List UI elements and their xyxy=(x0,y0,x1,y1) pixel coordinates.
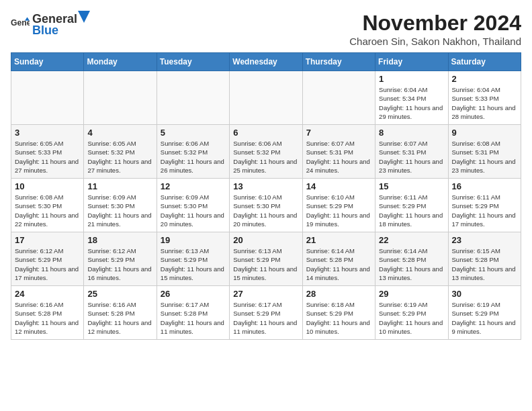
day-number: 7 xyxy=(306,128,371,138)
day-info: Sunrise: 6:12 AMSunset: 5:29 PMDaylight:… xyxy=(15,246,80,282)
calendar-table: SundayMondayTuesdayWednesdayThursdayFrid… xyxy=(11,52,521,340)
day-info: Sunrise: 6:11 AMSunset: 5:29 PMDaylight:… xyxy=(379,193,444,228)
day-info: Sunrise: 6:16 AMSunset: 5:28 PMDaylight:… xyxy=(87,300,152,336)
calendar-cell: 9Sunrise: 6:08 AMSunset: 5:31 PMDaylight… xyxy=(448,125,521,179)
header-thursday: Thursday xyxy=(302,53,375,71)
day-number: 2 xyxy=(452,74,517,84)
day-number: 22 xyxy=(379,235,444,245)
calendar-header-row: SundayMondayTuesdayWednesdayThursdayFrid… xyxy=(11,53,521,71)
header-friday: Friday xyxy=(375,53,448,71)
day-number: 25 xyxy=(87,289,152,299)
day-number: 28 xyxy=(306,289,371,299)
calendar-week-row: 24Sunrise: 6:16 AMSunset: 5:28 PMDayligh… xyxy=(11,286,521,340)
calendar-cell: 24Sunrise: 6:16 AMSunset: 5:28 PMDayligh… xyxy=(11,286,84,340)
calendar-cell xyxy=(230,71,302,125)
day-number: 1 xyxy=(379,74,444,84)
day-info: Sunrise: 6:11 AMSunset: 5:29 PMDaylight:… xyxy=(452,193,517,228)
page-header: General General Blue November 2024 Charo… xyxy=(11,11,521,47)
day-number: 23 xyxy=(452,235,517,245)
day-number: 12 xyxy=(161,181,226,191)
calendar-cell: 19Sunrise: 6:13 AMSunset: 5:29 PMDayligh… xyxy=(157,232,229,286)
header-sunday: Sunday xyxy=(11,53,84,71)
day-number: 26 xyxy=(161,289,226,299)
day-info: Sunrise: 6:06 AMSunset: 5:32 PMDaylight:… xyxy=(161,139,226,175)
day-info: Sunrise: 6:13 AMSunset: 5:29 PMDaylight:… xyxy=(161,246,226,282)
calendar-cell xyxy=(302,71,375,125)
title-block: November 2024 Charoen Sin, Sakon Nakhon,… xyxy=(349,11,521,47)
logo-blue: Blue xyxy=(32,24,58,37)
logo: General General Blue xyxy=(11,11,91,38)
calendar-week-row: 1Sunrise: 6:04 AMSunset: 5:34 PMDaylight… xyxy=(11,71,521,125)
calendar-cell: 21Sunrise: 6:14 AMSunset: 5:28 PMDayligh… xyxy=(302,232,375,286)
calendar-cell: 2Sunrise: 6:04 AMSunset: 5:33 PMDaylight… xyxy=(448,71,521,125)
day-info: Sunrise: 6:10 AMSunset: 5:30 PMDaylight:… xyxy=(233,193,298,228)
day-info: Sunrise: 6:09 AMSunset: 5:30 PMDaylight:… xyxy=(161,193,226,228)
day-number: 24 xyxy=(15,289,80,299)
day-info: Sunrise: 6:13 AMSunset: 5:29 PMDaylight:… xyxy=(233,246,298,282)
calendar-cell: 15Sunrise: 6:11 AMSunset: 5:29 PMDayligh… xyxy=(375,179,448,232)
calendar-cell: 17Sunrise: 6:12 AMSunset: 5:29 PMDayligh… xyxy=(11,232,84,286)
day-number: 11 xyxy=(87,181,152,191)
day-info: Sunrise: 6:19 AMSunset: 5:29 PMDaylight:… xyxy=(452,300,517,336)
day-info: Sunrise: 6:04 AMSunset: 5:33 PMDaylight:… xyxy=(452,85,517,121)
header-tuesday: Tuesday xyxy=(157,53,229,71)
day-number: 18 xyxy=(87,235,152,245)
calendar-cell: 25Sunrise: 6:16 AMSunset: 5:28 PMDayligh… xyxy=(84,286,157,340)
calendar-cell xyxy=(157,71,229,125)
day-number: 4 xyxy=(87,128,152,138)
header-wednesday: Wednesday xyxy=(230,53,302,71)
day-info: Sunrise: 6:07 AMSunset: 5:31 PMDaylight:… xyxy=(306,139,371,175)
day-number: 15 xyxy=(379,181,444,191)
calendar-cell: 23Sunrise: 6:15 AMSunset: 5:28 PMDayligh… xyxy=(448,232,521,286)
day-number: 9 xyxy=(452,128,517,138)
calendar-cell: 12Sunrise: 6:09 AMSunset: 5:30 PMDayligh… xyxy=(157,179,229,232)
calendar-cell: 22Sunrise: 6:14 AMSunset: 5:28 PMDayligh… xyxy=(375,232,448,286)
day-info: Sunrise: 6:07 AMSunset: 5:31 PMDaylight:… xyxy=(379,139,444,175)
calendar-cell: 6Sunrise: 6:06 AMSunset: 5:32 PMDaylight… xyxy=(230,125,302,179)
day-info: Sunrise: 6:08 AMSunset: 5:31 PMDaylight:… xyxy=(452,139,517,175)
calendar-cell: 8Sunrise: 6:07 AMSunset: 5:31 PMDaylight… xyxy=(375,125,448,179)
logo-icon: General xyxy=(11,15,30,34)
day-number: 13 xyxy=(233,181,298,191)
day-info: Sunrise: 6:08 AMSunset: 5:30 PMDaylight:… xyxy=(15,193,80,228)
day-number: 21 xyxy=(306,235,371,245)
day-number: 17 xyxy=(15,235,80,245)
day-info: Sunrise: 6:14 AMSunset: 5:28 PMDaylight:… xyxy=(306,246,371,282)
day-info: Sunrise: 6:06 AMSunset: 5:32 PMDaylight:… xyxy=(233,139,298,175)
day-info: Sunrise: 6:09 AMSunset: 5:30 PMDaylight:… xyxy=(87,193,152,228)
calendar-cell: 28Sunrise: 6:18 AMSunset: 5:29 PMDayligh… xyxy=(302,286,375,340)
day-number: 30 xyxy=(452,289,517,299)
day-info: Sunrise: 6:12 AMSunset: 5:29 PMDaylight:… xyxy=(87,246,152,282)
day-number: 5 xyxy=(161,128,226,138)
calendar-cell: 26Sunrise: 6:17 AMSunset: 5:28 PMDayligh… xyxy=(157,286,229,340)
day-info: Sunrise: 6:05 AMSunset: 5:32 PMDaylight:… xyxy=(87,139,152,175)
calendar-cell: 27Sunrise: 6:17 AMSunset: 5:29 PMDayligh… xyxy=(230,286,302,340)
calendar-cell xyxy=(11,71,84,125)
calendar-cell xyxy=(84,71,157,125)
day-info: Sunrise: 6:14 AMSunset: 5:28 PMDaylight:… xyxy=(379,246,444,282)
calendar-cell: 7Sunrise: 6:07 AMSunset: 5:31 PMDaylight… xyxy=(302,125,375,179)
header-saturday: Saturday xyxy=(448,53,521,71)
calendar-cell: 4Sunrise: 6:05 AMSunset: 5:32 PMDaylight… xyxy=(84,125,157,179)
day-info: Sunrise: 6:04 AMSunset: 5:34 PMDaylight:… xyxy=(379,85,444,121)
calendar-week-row: 3Sunrise: 6:05 AMSunset: 5:33 PMDaylight… xyxy=(11,125,521,179)
day-info: Sunrise: 6:05 AMSunset: 5:33 PMDaylight:… xyxy=(15,139,80,175)
day-number: 20 xyxy=(233,235,298,245)
header-monday: Monday xyxy=(84,53,157,71)
calendar-cell: 30Sunrise: 6:19 AMSunset: 5:29 PMDayligh… xyxy=(448,286,521,340)
day-number: 29 xyxy=(379,289,444,299)
day-info: Sunrise: 6:18 AMSunset: 5:29 PMDaylight:… xyxy=(306,300,371,336)
day-number: 10 xyxy=(15,181,80,191)
calendar-cell: 3Sunrise: 6:05 AMSunset: 5:33 PMDaylight… xyxy=(11,125,84,179)
calendar-cell: 5Sunrise: 6:06 AMSunset: 5:32 PMDaylight… xyxy=(157,125,229,179)
day-number: 16 xyxy=(452,181,517,191)
day-number: 14 xyxy=(306,181,371,191)
logo-triangle xyxy=(78,11,90,23)
day-info: Sunrise: 6:17 AMSunset: 5:28 PMDaylight:… xyxy=(161,300,226,336)
calendar-cell: 16Sunrise: 6:11 AMSunset: 5:29 PMDayligh… xyxy=(448,179,521,232)
calendar-cell: 1Sunrise: 6:04 AMSunset: 5:34 PMDaylight… xyxy=(375,71,448,125)
day-number: 6 xyxy=(233,128,298,138)
subtitle: Charoen Sin, Sakon Nakhon, Thailand xyxy=(349,36,521,47)
calendar-cell: 20Sunrise: 6:13 AMSunset: 5:29 PMDayligh… xyxy=(230,232,302,286)
main-title: November 2024 xyxy=(349,11,521,36)
